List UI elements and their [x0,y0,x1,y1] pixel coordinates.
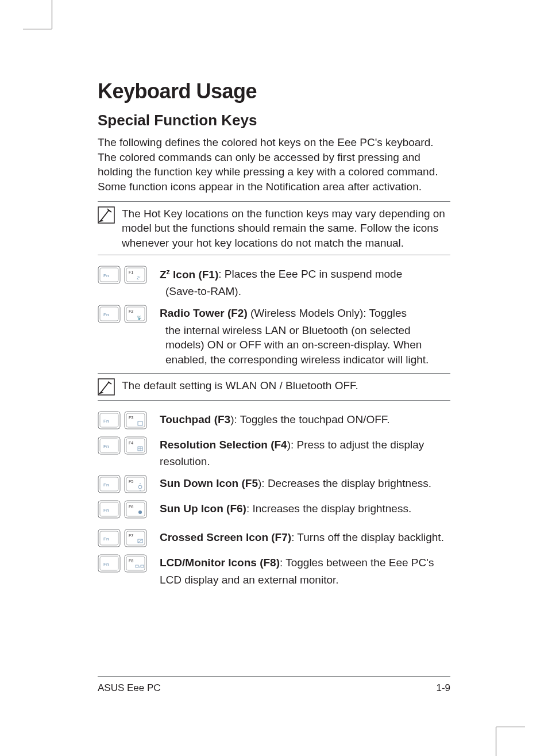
key-row-f3: Fn F3 Touchpad (F3): Toggles the touchpa… [98,411,450,431]
note-icon [98,378,115,396]
svg-text:Zᶻ: Zᶻ [137,276,141,280]
key-row-f6: Fn F6 Sun Up Icon (F6): Increases the di… [98,500,450,520]
svg-rect-2 [100,268,118,282]
svg-text:F3: F3 [129,416,133,420]
f3-key-icon: F3 [124,411,147,431]
key-row-f4: Fn F4 Resolution Selection (F4): Press t… [98,436,450,469]
svg-rect-55 [100,557,118,570]
note-icon [98,206,115,224]
f5-description: Sun Down Icon (F5): Decreases the displa… [160,475,431,491]
footer-right: 1-9 [436,682,450,694]
fn-key-icon: Fn [98,554,121,574]
svg-text:Fn: Fn [103,444,109,449]
f8-description: LCD/Monitor Icons (F8): Toggles between … [160,554,434,587]
svg-rect-17 [100,413,118,427]
svg-text:Fn: Fn [103,482,109,488]
fn-key-icon: Fn [98,305,121,324]
svg-text:F5: F5 [129,479,133,483]
fn-key-icon: Fn [98,475,121,494]
crop-mark [496,727,525,727]
f2-key-icon: F2📡 [124,305,147,324]
crop-mark [23,29,52,29]
f5-key-icon: F5 [124,475,147,494]
svg-point-45 [138,511,142,514]
f8-key-icon: F8/ [124,554,147,574]
svg-rect-24 [100,439,118,452]
svg-rect-40 [100,502,118,516]
f4-key-icon: F4 [124,436,147,456]
svg-text:Fn: Fn [103,273,109,278]
note-text: The default setting is WLAN ON / Bluetoo… [122,378,358,396]
f7-description: Crossed Screen Icon (F7): Turns off the … [160,529,444,545]
f2-description: Radio Tower (F2) (Wireless Models Only):… [160,305,450,367]
footer-left: ASUS Eee PC [98,682,161,694]
svg-rect-33 [100,477,118,491]
f6-key-icon: F6 [124,500,147,520]
crop-mark [496,727,496,756]
note-text: The Hot Key locations on the function ke… [122,206,450,251]
svg-text:F7: F7 [129,534,133,538]
page-content: Keyboard Usage Special Function Keys The… [52,29,496,727]
fn-key-icon: Fn [98,266,121,285]
f1-description: Zz Icon (F1): Places the Eee PC in suspe… [160,266,402,299]
svg-text:Fn: Fn [103,419,109,424]
section-title: Special Function Keys [98,112,450,129]
f3-description: Touchpad (F3): Toggles the touchpad ON/O… [160,411,390,427]
svg-text:📡: 📡 [137,315,142,320]
svg-rect-47 [100,531,118,545]
f4-description: Resolution Selection (F4): Press to adju… [160,436,424,469]
svg-text:F2: F2 [129,309,133,313]
svg-text:F6: F6 [129,505,133,509]
key-row-f8: Fn F8/ LCD/Monitor Icons (F8): Toggles b… [98,554,450,587]
key-row-f2: Fn F2📡 Radio Tower (F2) (Wireless Models… [98,305,450,367]
key-row-f7: Fn F7 Crossed Screen Icon (F7): Turns of… [98,529,450,548]
svg-text:Fn: Fn [103,536,109,542]
svg-rect-9 [100,307,118,321]
page-title: Keyboard Usage [98,79,450,103]
f7-key-icon: F7 [124,529,147,548]
note-block: The Hot Key locations on the function ke… [98,201,450,256]
crop-mark [52,0,52,29]
f6-description: Sun Up Icon (F6): Increases the display … [160,500,411,516]
page-footer: ASUS Eee PC 1-9 [98,676,450,694]
note-block: The default setting is WLAN ON / Bluetoo… [98,373,450,401]
svg-text:F1: F1 [129,270,133,274]
svg-text:Fn: Fn [103,312,109,317]
key-row-f5: Fn F5 Sun Down Icon (F5): Decreases the … [98,475,450,494]
svg-text:F8: F8 [129,559,133,563]
fn-key-icon: Fn [98,411,121,431]
fn-key-icon: Fn [98,500,121,520]
svg-text:F4: F4 [129,441,133,445]
svg-text:Fn: Fn [103,508,109,513]
fn-key-icon: Fn [98,529,121,548]
fn-key-icon: Fn [98,436,121,456]
key-row-f1: Fn F1Zᶻ Zz Icon (F1): Places the Eee PC … [98,266,450,299]
f1-key-icon: F1Zᶻ [124,266,147,285]
intro-paragraph: The following defines the colored hot ke… [98,135,450,194]
svg-text:Fn: Fn [103,562,109,567]
